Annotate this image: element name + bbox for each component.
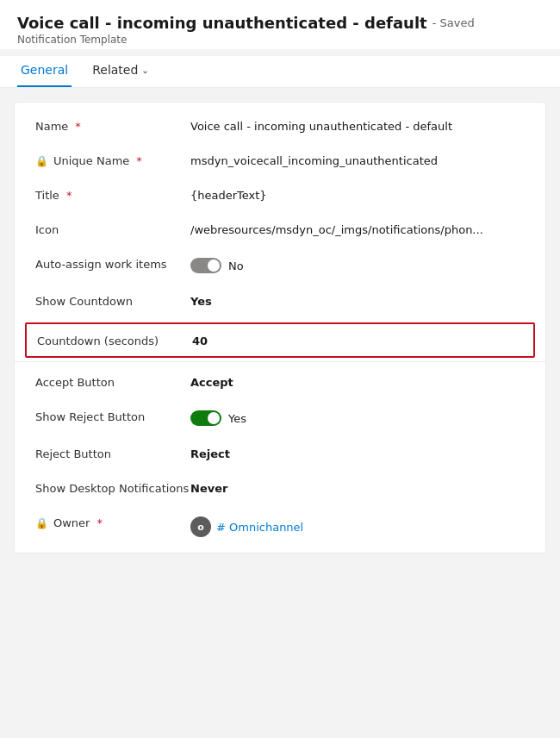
required-star-owner: *: [96, 516, 103, 529]
value-show-desktop-notifications: Never: [190, 480, 525, 495]
required-star-name: *: [75, 120, 81, 133]
field-unique-name: 🔒 Unique Name * msdyn_voicecall_incoming…: [15, 144, 545, 178]
required-star-title: *: [66, 189, 72, 202]
lock-icon-unique-name: 🔒: [35, 155, 48, 167]
toggle-track-show-reject[interactable]: [190, 410, 221, 426]
field-name: Name * Voice call - incoming unauthentic…: [15, 109, 545, 144]
form-container: Name * Voice call - incoming unauthentic…: [14, 102, 546, 554]
field-auto-assign: Auto-assign work items No: [15, 247, 545, 285]
toggle-auto-assign[interactable]: No: [190, 258, 244, 273]
value-title: {headerText}: [190, 187, 525, 202]
value-icon: /webresources/msdyn_oc/_imgs/notificatio…: [190, 222, 525, 236]
owner-link[interactable]: # Omnichannel: [216, 521, 303, 534]
tab-general[interactable]: General: [17, 56, 72, 87]
label-unique-name: 🔒 Unique Name *: [35, 153, 190, 167]
value-auto-assign: No: [190, 256, 525, 276]
toggle-track-auto-assign[interactable]: [190, 258, 221, 273]
toggle-show-reject[interactable]: Yes: [190, 410, 246, 426]
label-icon: Icon: [35, 222, 190, 236]
divider-1: [15, 361, 545, 362]
field-show-countdown: Show Countdown Yes: [15, 285, 545, 319]
label-auto-assign: Auto-assign work items: [35, 256, 190, 271]
label-show-desktop-notifications: Show Desktop Notifications: [35, 480, 190, 495]
value-name: Voice call - incoming unauthenticated - …: [190, 118, 525, 133]
page-header: Voice call - incoming unauthenticated - …: [0, 0, 560, 49]
label-show-reject-button: Show Reject Button: [35, 409, 190, 423]
field-countdown: Countdown (seconds) 40: [25, 322, 535, 358]
value-show-countdown: Yes: [190, 293, 525, 308]
label-show-countdown: Show Countdown: [35, 293, 190, 308]
field-owner: 🔒 Owner * o # Omnichannel: [15, 506, 545, 546]
field-title: Title * {headerText}: [15, 178, 545, 213]
saved-badge: - Saved: [432, 16, 475, 29]
toggle-thumb-show-reject: [208, 412, 220, 424]
chevron-down-icon: ⌄: [141, 66, 148, 75]
value-countdown: 40: [192, 333, 523, 347]
tab-related[interactable]: Related ⌄: [89, 56, 152, 87]
value-unique-name: msdyn_voicecall_incoming_unauthenticated: [190, 153, 525, 167]
page-subtitle: Notification Template: [17, 34, 543, 46]
field-show-reject-button: Show Reject Button Yes: [15, 400, 545, 437]
tabs-bar: General Related ⌄: [0, 56, 560, 88]
label-countdown: Countdown (seconds): [37, 333, 192, 347]
value-reject-button: Reject: [190, 446, 525, 460]
label-owner: 🔒 Owner *: [35, 515, 190, 529]
value-accept-button: Accept: [190, 374, 525, 389]
label-accept-button: Accept Button: [35, 374, 190, 389]
page-title: Voice call - incoming unauthenticated - …: [17, 14, 543, 32]
label-name: Name *: [35, 118, 190, 133]
lock-icon-owner: 🔒: [35, 517, 48, 529]
field-show-desktop-notifications: Show Desktop Notifications Never: [15, 472, 545, 506]
field-icon: Icon /webresources/msdyn_oc/_imgs/notifi…: [15, 213, 545, 247]
field-reject-button: Reject Button Reject: [15, 437, 545, 472]
field-accept-button: Accept Button Accept: [15, 366, 545, 400]
value-owner: o # Omnichannel: [190, 515, 525, 537]
toggle-thumb-auto-assign: [208, 260, 220, 272]
title-text: Voice call - incoming unauthenticated - …: [17, 14, 427, 32]
label-reject-button: Reject Button: [35, 446, 190, 460]
value-show-reject-button: Yes: [190, 409, 525, 428]
owner-row: o # Omnichannel: [190, 516, 525, 537]
label-title: Title *: [35, 187, 190, 202]
avatar: o: [190, 516, 211, 537]
required-star-unique-name: *: [136, 154, 142, 167]
